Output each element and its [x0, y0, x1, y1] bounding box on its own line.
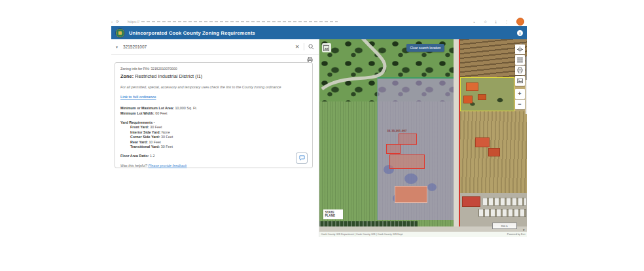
feedback-button[interactable] — [296, 153, 308, 164]
building-footprint[interactable] — [389, 154, 425, 169]
map-attribution: Cook County GIS Department | Cook County… — [319, 232, 528, 237]
yard-item-corner-side: Corner Side Yard: 30 Feet — [130, 135, 307, 139]
yard-item-rear: Rear Yard: 10 Feet — [130, 140, 307, 144]
parcel-outline[interactable] — [386, 144, 401, 154]
overview-map-button[interactable] — [322, 43, 331, 52]
yard-requirements-header: Yard Requirements - — [120, 120, 307, 124]
address-bar[interactable]: https:// — [128, 20, 467, 24]
zoning-result-card: Zoning info for PIN: 32152010070000 Zone… — [115, 62, 313, 168]
clear-search-icon[interactable]: ✕ — [295, 45, 300, 50]
yard-requirements-list: Front Yard: 30 Feet Interior Side Yard: … — [130, 125, 307, 149]
profile-avatar[interactable] — [516, 18, 524, 26]
browser-chrome: ‹ ⟳ https:// ⌄ ☆ ⤓ ⋮ — [111, 17, 527, 26]
hedge-row — [319, 221, 418, 226]
parcel-pin-label: 32-15-201-007 — [387, 129, 407, 132]
info-button[interactable]: i — [517, 30, 523, 36]
zoom-in-button[interactable]: + — [515, 89, 525, 99]
building-roof — [395, 186, 427, 203]
zoning-app-window: Unincorporated Cook County Zoning Requir… — [111, 26, 527, 237]
extension-icon[interactable]: ⌄ — [473, 20, 476, 24]
pin-line: Zoning info for PIN: 32152010070000 — [120, 67, 307, 71]
building-roof — [478, 94, 486, 100]
feedback-link[interactable]: Please provide feedback — [148, 164, 187, 168]
search-icon[interactable] — [308, 44, 314, 50]
url-text: https:// — [128, 20, 139, 24]
download-icon[interactable]: ⤓ — [495, 20, 497, 24]
zone-title: Zone: Restricted Industrial District (I1… — [120, 73, 307, 79]
tree-shadow — [427, 183, 437, 191]
search-bar: ▾ ✕ — [111, 39, 319, 55]
app-title: Unincorporated Cook County Zoning Requir… — [129, 30, 513, 36]
search-input[interactable] — [123, 45, 291, 49]
url-blurred-text — [141, 21, 338, 22]
tree-shadow — [404, 173, 418, 184]
screenshot-button[interactable] — [515, 76, 525, 86]
print-map-button[interactable] — [515, 65, 525, 75]
locate-button[interactable] — [515, 45, 525, 54]
menu-icon[interactable]: ⋮ — [505, 20, 509, 24]
back-icon[interactable]: ‹ — [111, 20, 113, 24]
scale-bar: 200 ft — [492, 223, 517, 229]
cook-county-seal-logo — [115, 28, 125, 38]
map-view[interactable]: 32-15-201-007 — [319, 39, 528, 237]
building-roof — [463, 96, 473, 103]
basemap-gallery-button[interactable] — [515, 55, 525, 65]
refresh-icon[interactable]: ⟳ — [116, 20, 119, 24]
building-roof — [462, 196, 480, 207]
attribution-sources: Cook County GIS Department | Cook County… — [321, 233, 403, 236]
ordinance-link[interactable]: Link to full ordinance — [120, 95, 156, 99]
trailer-row — [482, 198, 527, 206]
building-roof — [466, 82, 478, 91]
trailer-row — [478, 209, 527, 217]
lot-area-line: Minimum or Maximum Lot Area: 10,000 Sq. … — [120, 106, 307, 110]
lot-width-line: Minimum Lot Width: 60 Feet — [120, 111, 307, 115]
search-source-chevron-icon[interactable]: ▾ — [116, 45, 118, 49]
adjacent-parcel-yellow-outline[interactable] — [460, 77, 514, 111]
yard-item-front: Front Yard: 30 Feet — [130, 125, 307, 129]
parcel-outline[interactable] — [399, 134, 417, 145]
search-divider — [304, 43, 304, 50]
clear-search-location-button[interactable]: Clear search location — [406, 44, 445, 52]
attribution-esri: Powered by Esri — [507, 233, 526, 236]
star-icon[interactable]: ☆ — [484, 20, 487, 24]
state-plane-watermark: STATE PLANE — [323, 209, 343, 219]
results-panel: ▾ ✕ Zoning info for PIN: 32152010070000 … — [111, 39, 319, 237]
building-roof — [475, 137, 490, 147]
building-roof — [488, 148, 500, 156]
floor-area-ratio-line: Floor Area Ratio: 1.2 — [120, 154, 307, 158]
zoom-out-button[interactable]: − — [515, 99, 525, 109]
map-canvas[interactable]: 32-15-201-007 — [319, 39, 528, 232]
yard-item-transitional: Transitional Yard: 30 Feet — [130, 145, 307, 149]
yard-item-interior-side: Interior Side Yard: None — [130, 130, 307, 134]
app-header: Unincorporated Cook County Zoning Requir… — [111, 26, 527, 39]
feedback-line: Was this helpful? Please provide feedbac… — [120, 164, 307, 168]
field-right — [460, 111, 528, 193]
